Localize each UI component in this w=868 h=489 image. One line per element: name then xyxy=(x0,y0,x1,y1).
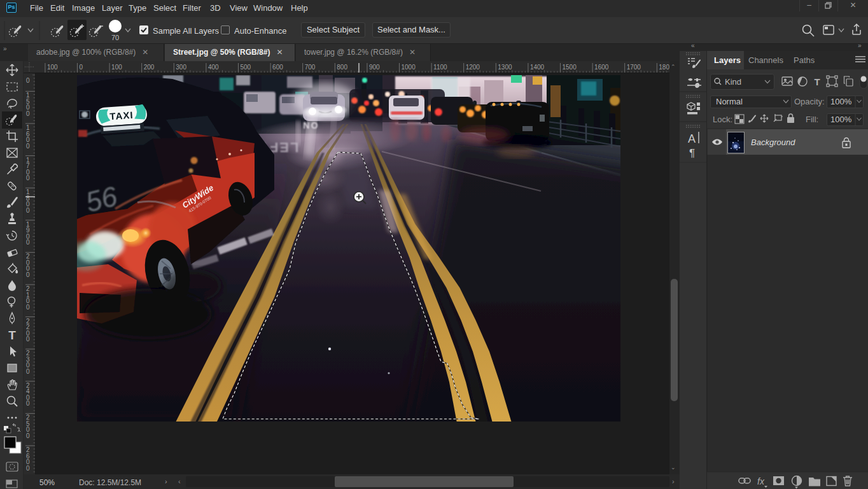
svg-text:T: T xyxy=(8,329,16,342)
svg-text:Lock:: Lock: xyxy=(713,115,732,124)
svg-text:900: 900 xyxy=(369,64,380,71)
svg-text:0: 0 xyxy=(26,465,30,472)
svg-text:0: 0 xyxy=(26,400,30,407)
svg-text:A: A xyxy=(688,132,696,145)
svg-text:0: 0 xyxy=(80,64,83,71)
svg-text:1000: 1000 xyxy=(402,64,416,71)
svg-text:1500: 1500 xyxy=(563,64,577,71)
svg-text:Background: Background xyxy=(751,138,795,147)
svg-text:100%: 100% xyxy=(830,97,852,106)
svg-text:1200: 1200 xyxy=(466,64,480,71)
svg-text:0: 0 xyxy=(26,368,30,375)
svg-text:200: 200 xyxy=(144,64,155,71)
svg-text:1600: 1600 xyxy=(594,64,609,71)
svg-text:0: 0 xyxy=(26,336,30,343)
svg-text:100%: 100% xyxy=(830,115,852,124)
svg-text:0: 0 xyxy=(26,174,30,181)
svg-text:70: 70 xyxy=(111,34,119,41)
svg-text:Normal: Normal xyxy=(716,97,743,106)
svg-text:0: 0 xyxy=(26,239,30,246)
svg-text:0: 0 xyxy=(26,110,30,117)
svg-text:1700: 1700 xyxy=(627,64,641,71)
svg-text:800: 800 xyxy=(337,64,347,71)
svg-text:Opacity:: Opacity: xyxy=(794,97,825,106)
svg-text:1100: 1100 xyxy=(433,64,447,71)
svg-text:T: T xyxy=(814,76,820,87)
svg-text:400: 400 xyxy=(208,64,219,71)
svg-text:500: 500 xyxy=(241,64,251,71)
svg-text:0: 0 xyxy=(26,432,30,439)
svg-text:¶: ¶ xyxy=(689,147,695,159)
svg-text:0: 0 xyxy=(26,143,30,150)
svg-text:1300: 1300 xyxy=(498,64,512,71)
svg-text:300: 300 xyxy=(176,64,186,71)
svg-text:600: 600 xyxy=(272,64,283,71)
svg-text:0: 0 xyxy=(26,271,30,278)
svg-text:1400: 1400 xyxy=(530,64,545,71)
svg-text:Kind: Kind xyxy=(725,77,741,87)
svg-text:100: 100 xyxy=(47,64,58,71)
svg-text:700: 700 xyxy=(305,64,316,71)
svg-text:100: 100 xyxy=(111,64,122,71)
svg-text:0: 0 xyxy=(26,77,30,84)
svg-text:0: 0 xyxy=(26,304,30,311)
svg-text:0: 0 xyxy=(26,207,30,214)
svg-text:ON: ON xyxy=(302,120,318,131)
svg-text:Fill:: Fill: xyxy=(806,115,818,124)
svg-text:TAXI: TAXI xyxy=(109,110,134,122)
svg-text:fx: fx xyxy=(757,476,765,486)
